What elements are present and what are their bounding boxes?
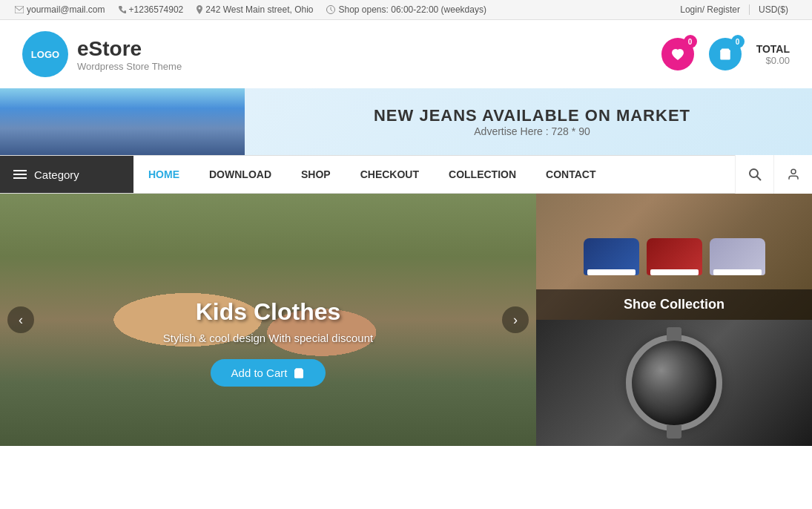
total-amount: $0.00 bbox=[756, 55, 790, 66]
header: LOGO eStore Wordpress Store Theme 0 0 TO… bbox=[0, 20, 812, 88]
cart-button[interactable]: 0 bbox=[709, 38, 742, 70]
shoe-collection-panel[interactable]: Shoe Collection bbox=[536, 194, 812, 320]
total-label: TOTAL bbox=[756, 43, 790, 55]
watch-collection-panel[interactable] bbox=[536, 320, 812, 446]
svg-point-3 bbox=[750, 169, 758, 177]
slider-next[interactable]: › bbox=[502, 306, 529, 333]
main-content: ‹ Kids Clothes Stylish & cool design Wit… bbox=[0, 194, 812, 446]
watches-bg bbox=[536, 320, 812, 446]
wishlist-badge: 0 bbox=[684, 35, 697, 48]
topbar-hours: Shop opens: 06:00-22:00 (weekdays) bbox=[326, 4, 486, 15]
svg-line-4 bbox=[756, 177, 761, 181]
category-label: Category bbox=[34, 168, 79, 181]
topbar-email: yourmail@mail.com bbox=[15, 4, 105, 15]
hamburger-icon bbox=[13, 170, 27, 179]
svg-rect-0 bbox=[15, 6, 24, 13]
shoe-blue bbox=[584, 238, 639, 275]
nav-contact[interactable]: CONTACT bbox=[531, 156, 610, 193]
banner-subtext: Advertise Here : 728 * 90 bbox=[252, 125, 812, 137]
topbar: yourmail@mail.com +1236574902 242 West M… bbox=[0, 0, 812, 20]
banner: NEW JEANS AVAILABLE ON MARKET Advertise … bbox=[0, 88, 812, 155]
banner-image bbox=[0, 88, 245, 155]
nav-collection[interactable]: COLLECTION bbox=[434, 156, 531, 193]
total-area: TOTAL $0.00 bbox=[756, 43, 790, 66]
brand-info: eStore Wordpress Store Theme bbox=[77, 37, 182, 72]
nav-links: HOME DOWNLOAD SHOP CHECKOUT COLLECTION C… bbox=[133, 156, 735, 193]
topbar-address: 242 West Main street, Ohio bbox=[197, 4, 313, 15]
hero-slider: ‹ Kids Clothes Stylish & cool design Wit… bbox=[0, 194, 536, 446]
shoe-light bbox=[710, 238, 765, 275]
shoe-red bbox=[647, 238, 702, 275]
category-button[interactable]: Category bbox=[0, 156, 133, 193]
logo[interactable]: LOGO bbox=[22, 31, 68, 77]
search-button[interactable] bbox=[735, 155, 773, 194]
logo-area: LOGO eStore Wordpress Store Theme bbox=[22, 31, 182, 77]
topbar-info: yourmail@mail.com +1236574902 242 West M… bbox=[15, 4, 486, 15]
slider-overlay: Kids Clothes Stylish & cool design With … bbox=[0, 298, 536, 387]
right-panels: Shoe Collection bbox=[536, 194, 812, 446]
navbar: Category HOME DOWNLOAD SHOP CHECKOUT COL… bbox=[0, 155, 812, 194]
header-right: 0 0 TOTAL $0.00 bbox=[661, 38, 790, 70]
svg-point-5 bbox=[791, 169, 796, 174]
nav-home[interactable]: HOME bbox=[133, 156, 194, 193]
topbar-right: Login/ Register USD($) bbox=[671, 4, 797, 15]
brand-tagline: Wordpress Store Theme bbox=[77, 61, 182, 72]
banner-headline: NEW JEANS AVAILABLE ON MARKET bbox=[252, 106, 812, 125]
nav-checkout[interactable]: CHECKOUT bbox=[346, 156, 434, 193]
topbar-phone: +1236574902 bbox=[119, 4, 184, 15]
watch-image bbox=[626, 335, 722, 431]
user-button[interactable] bbox=[773, 155, 812, 194]
brand-name: eStore bbox=[77, 37, 182, 61]
slider-title: Kids Clothes bbox=[0, 298, 536, 326]
nav-shop[interactable]: SHOP bbox=[286, 156, 346, 193]
add-to-cart-button[interactable]: Add to Cart bbox=[211, 359, 326, 387]
shoe-collection-label: Shoe Collection bbox=[536, 289, 812, 320]
nav-actions bbox=[735, 156, 812, 193]
nav-download[interactable]: DOWNLOAD bbox=[194, 156, 286, 193]
slider-prev[interactable]: ‹ bbox=[7, 306, 34, 333]
wishlist-button[interactable]: 0 bbox=[661, 38, 694, 70]
currency-selector[interactable]: USD($) bbox=[749, 4, 797, 15]
slider-subtitle: Stylish & cool design With special disco… bbox=[0, 332, 536, 344]
cart-badge: 0 bbox=[731, 35, 745, 48]
login-register-link[interactable]: Login/ Register bbox=[671, 4, 749, 15]
